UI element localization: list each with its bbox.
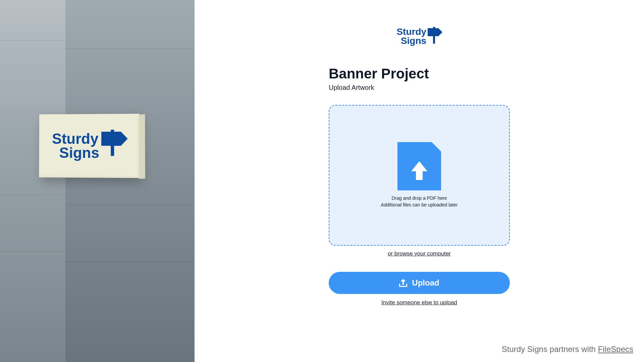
hero-image-panel: Sturdy Signs: [0, 0, 195, 362]
dropzone-line1: Drag and drop a PDF here: [381, 195, 458, 202]
header-logo: Sturdy Signs: [329, 27, 510, 46]
upload-icon: [399, 279, 407, 287]
brand-logo: Sturdy Signs: [52, 132, 126, 160]
dropzone-instructions: Drag and drop a PDF here Additional file…: [381, 195, 458, 208]
partner-link[interactable]: FileSpecs: [598, 345, 633, 354]
header-brand-line2: Signs: [401, 37, 426, 46]
page-subtitle: Upload Artwork: [329, 84, 510, 92]
partner-prefix: Sturdy Signs partners with: [502, 345, 598, 354]
brand-name-line2: Signs: [59, 146, 99, 160]
brand-name-line1: Sturdy: [52, 132, 99, 146]
arrow-up-icon: [411, 161, 427, 171]
browse-computer-link[interactable]: or browse your computer: [329, 250, 510, 257]
signpost-icon: [428, 27, 442, 46]
building-background: [0, 0, 195, 362]
file-dropzone[interactable]: Drag and drop a PDF here Additional file…: [329, 105, 510, 246]
upload-button[interactable]: Upload: [329, 272, 510, 294]
partner-footer: Sturdy Signs partners with FileSpecs: [502, 345, 633, 354]
dropzone-line2: Additional files can be uploaded later: [381, 202, 458, 208]
file-upload-icon: [397, 142, 441, 190]
main-content: Sturdy Signs Banner Project Upload Artwo…: [195, 0, 644, 362]
wall-sign-mockup: Sturdy Signs: [39, 114, 140, 178]
upload-button-label: Upload: [412, 278, 439, 288]
page-title: Banner Project: [329, 66, 510, 82]
invite-uploader-link[interactable]: Invite someone else to upload: [329, 299, 510, 306]
signpost-icon: [101, 130, 126, 160]
